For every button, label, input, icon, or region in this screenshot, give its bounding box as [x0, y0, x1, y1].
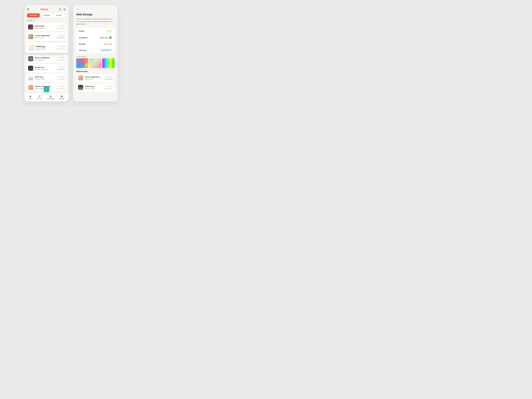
task-date: 07/14/2020	[58, 45, 65, 47]
task-author: Bessie Cooper	[35, 48, 55, 50]
svg-point-2	[30, 58, 31, 59]
filter-dropdown[interactable]: All Task	[24, 19, 69, 23]
tab-upcoming[interactable]: UPCOMING	[27, 13, 40, 17]
related-label: Related tasks	[76, 70, 114, 72]
attachment-thumbnail[interactable]	[76, 58, 88, 68]
detail-description: Content is uploaded and shared. Uploaded…	[76, 18, 114, 25]
task-author: Jacob Jones	[35, 37, 55, 39]
status-badge: In Progress	[57, 88, 65, 89]
task-author: Theresa Webb	[35, 78, 55, 80]
svg-rect-10	[51, 97, 51, 97]
due-date-value: Due 17 Oct	[104, 43, 112, 45]
status-badge: In Progress	[57, 59, 65, 61]
status-badge: Completed	[104, 78, 113, 80]
task-card-selected[interactable]: TODOS AppBessie Cooper 07/14/2020In Prog…	[25, 42, 68, 53]
status-badge: In Progress	[57, 78, 65, 80]
svg-rect-9	[50, 97, 50, 97]
task-date: 07/14/2020	[105, 76, 113, 78]
task-title: localz App	[35, 76, 55, 78]
svg-rect-11	[61, 96, 63, 97]
bell-icon[interactable]	[59, 8, 61, 11]
filter-tabs: UPCOMING OVERDUE NO DUE	[24, 13, 69, 19]
attachments-row	[76, 58, 114, 68]
avatar	[28, 85, 33, 90]
svg-rect-7	[50, 96, 50, 96]
task-date: 07/14/2020	[58, 35, 65, 36]
attachment-thumbnail[interactable]	[102, 58, 114, 68]
calendar-icon	[61, 95, 63, 98]
detail-title: Web Design	[76, 13, 114, 16]
bottom-navbar: Home My Task Subscription Calendar	[24, 93, 69, 101]
task-author: Guy Hawkins	[35, 59, 55, 61]
task-detail-screen: Web Design Content is uploaded and share…	[73, 5, 117, 101]
task-card[interactable]: localz AppTheresa Webb 07/14/2020In Prog…	[26, 74, 67, 82]
priority-badge: HIGH	[106, 30, 112, 32]
task-title: Akeeva Feedbacks	[35, 57, 55, 59]
status-badge: Completed	[57, 69, 65, 70]
status-badge: Completed	[57, 37, 65, 38]
task-title: Web Design	[35, 25, 55, 27]
svg-rect-8	[51, 96, 51, 96]
chevron-down-icon	[33, 20, 35, 21]
task-author: Wade Warren	[35, 27, 55, 29]
tab-nodue[interactable]: NO DUE	[54, 13, 64, 17]
assignee-avatar	[109, 36, 112, 39]
chevron-left-icon	[76, 8, 78, 10]
task-title: Lexsas Application	[35, 35, 55, 37]
search-icon[interactable]	[63, 8, 66, 11]
avatar	[78, 75, 83, 81]
avatar	[28, 56, 33, 61]
related-task-card[interactable]: Lexsas ApplicationJacob Jones 07/14/2020…	[76, 74, 114, 82]
avatar	[28, 75, 33, 80]
svg-line-1	[65, 10, 66, 10]
task-date: 07/14/2020	[58, 76, 65, 77]
priority-row: Priority HIGH	[76, 28, 114, 34]
status-badge: In Progress	[57, 27, 65, 29]
status-badge: In Progress	[104, 88, 113, 89]
task-type-badge: DEVELOPMENT	[100, 49, 112, 51]
nav-mytask[interactable]: My Task	[37, 95, 42, 100]
tab-overdue[interactable]: OVERDUE	[41, 13, 53, 17]
task-list-screen: TODOS UPCOMING OVERDUE NO DUE All Task W	[24, 5, 69, 101]
assigned-row: Assigned to Devon Lane	[76, 34, 114, 41]
header: TODOS	[24, 5, 69, 13]
menu-icon[interactable]	[27, 8, 30, 10]
task-date: 07/14/2020	[105, 85, 113, 87]
task-title: Lexsas Application	[85, 76, 103, 78]
avatar	[28, 34, 33, 39]
nav-calendar[interactable]: Calendar	[59, 95, 64, 100]
avatar	[28, 66, 33, 71]
task-date: 07/14/2020	[58, 57, 65, 58]
avatar	[28, 44, 34, 51]
detail-card: Priority HIGH Assigned to Devon Lane Due…	[76, 28, 114, 53]
status-badge: In Progress	[57, 48, 65, 50]
back-button[interactable]	[73, 5, 117, 12]
avatar	[28, 25, 33, 30]
task-date: 07/14/2020	[58, 25, 65, 27]
related-task-card[interactable]: TODOS AppBessie Cooper 07/14/2020In Prog…	[76, 83, 114, 92]
filter-label: All Task	[27, 20, 32, 21]
svg-point-0	[64, 8, 65, 10]
task-author: Bessie Cooper	[85, 88, 102, 89]
task-title: TODOS App	[35, 45, 55, 48]
attachments-label: ATTACHEMNTS	[76, 56, 114, 57]
attachment-thumbnail[interactable]	[89, 58, 101, 68]
add-task-button[interactable]: +	[44, 87, 49, 92]
assignee: Devon Lane	[100, 36, 112, 39]
task-author: Jacob Jones	[85, 78, 103, 80]
task-card[interactable]: Design.comDarlene Robertson 07/14/2020Co…	[26, 64, 67, 72]
grid-icon	[50, 95, 52, 98]
app-title: TODOS	[40, 8, 48, 11]
task-card[interactable]: Lexsas ApplicationJacob Jones 07/14/2020…	[26, 32, 67, 41]
task-date: 07/14/2020	[58, 66, 65, 68]
nav-home[interactable]: Home	[29, 95, 32, 100]
task-author: Darlene Robertson	[35, 69, 55, 70]
task-title: TODOS App	[85, 85, 102, 87]
task-date: 07/14/2020	[58, 85, 65, 87]
task-card[interactable]: Web DesignWade Warren 07/14/2020In Progr…	[26, 23, 67, 31]
task-list: Web DesignWade Warren 07/14/2020In Progr…	[24, 23, 69, 91]
clipboard-icon	[38, 95, 41, 98]
nav-subscription[interactable]: Subscription	[47, 95, 54, 100]
task-card[interactable]: Akeeva FeedbacksGuy Hawkins 07/14/2020In…	[26, 55, 67, 63]
home-icon	[29, 95, 32, 98]
